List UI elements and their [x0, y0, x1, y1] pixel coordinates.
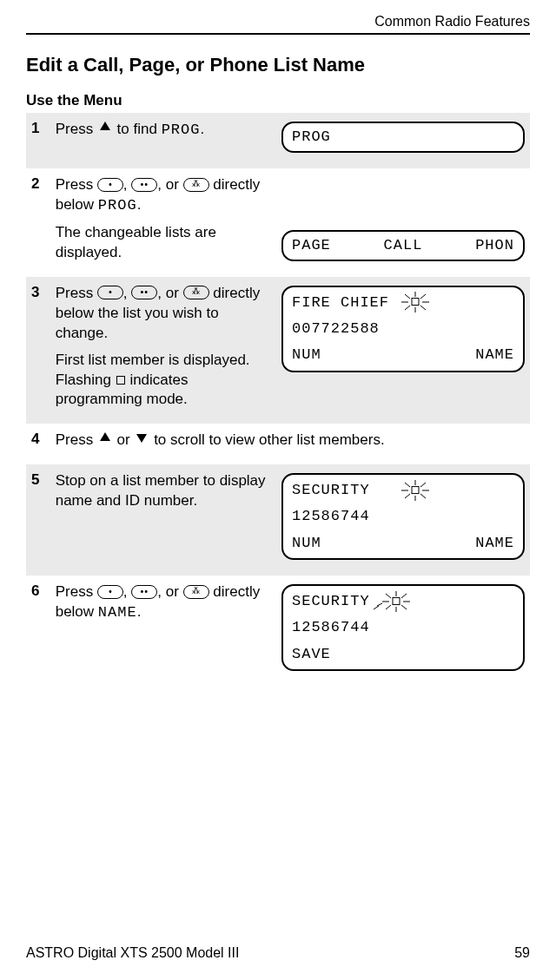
lcd-panel-security: SECURITY	[281, 473, 525, 560]
svg-line-14	[405, 494, 410, 498]
text: , or	[157, 176, 182, 193]
step-row-6: 6 Press , , or directly below NAME. SECU…	[26, 576, 530, 687]
running-header: Common Radio Features	[26, 14, 530, 30]
svg-line-7	[420, 306, 426, 310]
text: to scroll to view other list members.	[149, 431, 384, 448]
page-footer: ASTRO Digital XTS 2500 Model III 59	[26, 945, 530, 961]
lcd-text: NAME	[475, 345, 514, 365]
lcd-text: FIRE CHIEF	[292, 294, 389, 311]
step-row-3: 3 Press , , or directly below the list y…	[26, 277, 530, 424]
flash-burst-icon	[393, 294, 438, 310]
step-row-5: 5 Stop on a list member to display name …	[26, 464, 530, 576]
softkey-two-dot-icon	[131, 286, 157, 299]
softkey-one-dot-icon	[97, 178, 123, 192]
text: Press	[56, 176, 97, 193]
step-instruction: Press or to scroll to view other list me…	[50, 424, 530, 464]
lcd-text: PHON	[440, 235, 514, 256]
text: ,	[123, 176, 131, 193]
step-number: 5	[26, 464, 50, 576]
lcd-text: SECURITY	[292, 482, 370, 498]
step-instruction: Stop on a list member to display name an…	[50, 464, 276, 576]
header-rule	[26, 33, 530, 35]
step-row-4: 4 Press or to scroll to view other list …	[26, 424, 530, 464]
down-arrow-icon	[134, 432, 149, 446]
lcd-text: SAVE	[292, 644, 331, 665]
lcd-text: PAGE	[292, 235, 366, 256]
text: , or	[157, 583, 182, 600]
code-prog: PROG	[162, 122, 201, 138]
text: or	[113, 431, 135, 448]
softkey-three-dot-icon	[183, 585, 209, 599]
softkey-two-dot-icon	[131, 178, 157, 192]
svg-line-6	[405, 306, 410, 310]
lcd-panel-lists: PAGE CALL PHON	[281, 230, 525, 261]
step-number: 4	[26, 424, 50, 464]
text: Press	[56, 285, 97, 301]
flash-burst-icon	[393, 483, 438, 498]
text: .	[137, 196, 142, 213]
flashing-cursor-icon	[116, 376, 125, 385]
softkey-one-dot-icon	[97, 286, 123, 299]
text: ,	[123, 285, 131, 301]
text: , or	[157, 285, 182, 301]
lcd-text: 12586744	[292, 506, 514, 527]
svg-line-13	[420, 483, 426, 487]
svg-line-15	[420, 494, 426, 498]
svg-line-23	[401, 605, 407, 609]
step-instruction: Press , , or directly below PROG. The ch…	[50, 168, 276, 277]
lcd-text: 007722588	[292, 319, 514, 339]
step-instruction: Press , , or directly below the list you…	[50, 277, 276, 424]
lcd-panel-security-save: SECURITY	[281, 584, 525, 671]
svg-line-12	[405, 483, 410, 487]
page-title: Edit a Call, Page, or Phone List Name	[26, 54, 530, 76]
softkey-two-dot-icon	[131, 585, 157, 599]
text: .	[200, 121, 204, 137]
softkey-one-dot-icon	[97, 585, 123, 599]
footer-product: ASTRO Digital XTS 2500 Model III	[26, 945, 239, 961]
lcd-text: PROG	[292, 127, 331, 148]
steps-table: 1 Press to find PROG. PROG 2 Press , , o…	[26, 113, 530, 687]
step-row-1: 1 Press to find PROG. PROG	[26, 113, 530, 168]
up-arrow-icon	[97, 122, 113, 135]
flash-burst-icon	[374, 594, 419, 609]
lcd-text: SECURITY	[292, 593, 370, 609]
text: The changeable lists are displayed.	[56, 223, 271, 263]
lcd-panel-prog: PROG	[281, 122, 525, 153]
step-instruction: Press to find PROG.	[50, 113, 276, 168]
step-number: 2	[26, 168, 50, 277]
svg-line-24	[377, 603, 382, 606]
lcd-text: 12586744	[292, 617, 514, 638]
text: Press	[56, 583, 97, 600]
softkey-three-dot-icon	[183, 286, 209, 299]
lcd-text: CALL	[366, 235, 440, 256]
softkey-three-dot-icon	[183, 178, 209, 192]
text: Stop on a list member to display name an…	[56, 471, 271, 511]
lcd-text: NAME	[475, 533, 514, 554]
lcd-panel-fire-chief: FIRE CHIEF	[281, 286, 525, 372]
svg-line-21	[401, 594, 407, 598]
code-prog: PROG	[98, 197, 137, 214]
text: Press	[56, 121, 97, 137]
lcd-text: NUM	[292, 345, 321, 365]
svg-line-4	[405, 294, 410, 299]
step-number: 3	[26, 277, 50, 424]
step-instruction: Press , , or directly below NAME.	[50, 576, 276, 687]
lcd-text: NUM	[292, 533, 321, 554]
text: to find	[113, 121, 162, 137]
footer-page-number: 59	[514, 945, 530, 961]
svg-line-5	[420, 294, 426, 299]
up-arrow-icon	[97, 432, 113, 446]
text: .	[137, 603, 142, 620]
text: Press	[56, 431, 97, 448]
text: ,	[123, 583, 131, 600]
svg-line-20	[386, 594, 391, 598]
section-subtitle: Use the Menu	[26, 92, 530, 109]
step-number: 6	[26, 576, 50, 687]
svg-line-22	[386, 605, 391, 609]
svg-line-25	[374, 606, 379, 609]
step-number: 1	[26, 113, 50, 168]
step-row-2: 2 Press , , or directly below PROG. The …	[26, 168, 530, 277]
code-name: NAME	[98, 604, 137, 621]
